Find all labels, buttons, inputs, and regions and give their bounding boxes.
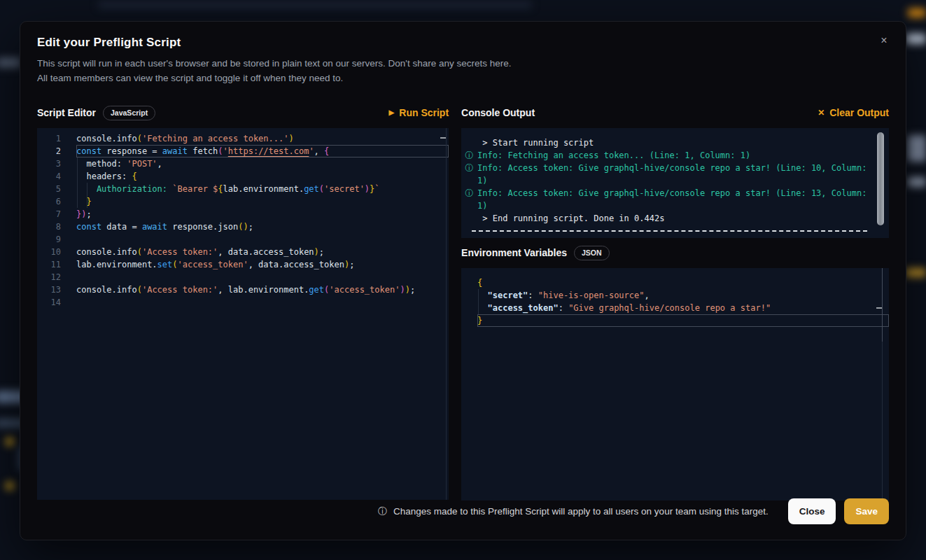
- console-line: ⓘInfo: Access token: Give graphql-hive/c…: [465, 162, 869, 174]
- footer-note: ⓘ Changes made to this Preflight Script …: [378, 505, 769, 518]
- json-badge: JSON: [574, 246, 610, 260]
- console-scrollbar[interactable]: [877, 132, 884, 225]
- code-line: 11lab.environment.set('access_token', da…: [37, 258, 449, 271]
- language-badge: JavaScript: [103, 106, 155, 120]
- description-line-1: This script will run in each user's brow…: [37, 56, 889, 71]
- code-line: 5 Authorization: `Bearer ${lab.environme…: [37, 183, 449, 195]
- line-number: 6: [37, 195, 61, 208]
- save-button[interactable]: Save: [844, 498, 889, 524]
- console-text: Info: Access token: Give graphql-hive/co…: [477, 162, 867, 174]
- line-number: 13: [37, 284, 61, 296]
- console-line: ⓘInfo: Fetching an access token... (Line…: [465, 149, 869, 162]
- code-line: "secret": "hive-is-open-source",: [477, 289, 889, 302]
- line-number: 5: [37, 183, 61, 195]
- code-line: }: [477, 314, 889, 327]
- console-icon-spacer: [465, 136, 474, 149]
- code-line: 14: [37, 296, 449, 309]
- clear-icon: ✕: [818, 109, 825, 116]
- line-number: 7: [37, 208, 61, 220]
- console-text: 1): [477, 200, 487, 212]
- console-line: > Start running script: [465, 136, 869, 149]
- console-text: > Start running script: [477, 136, 594, 149]
- close-icon[interactable]: ×: [876, 33, 892, 48]
- environment-variables-editor[interactable]: { "secret": "hive-is-open-source", "acce…: [461, 268, 889, 500]
- line-number: 4: [37, 170, 61, 183]
- code-line: 8const data = await response.json();: [37, 220, 449, 233]
- clear-output-label: Clear Output: [829, 107, 889, 118]
- run-script-label: Run Script: [399, 107, 449, 118]
- console-text: 1): [477, 174, 487, 187]
- info-icon: ⓘ: [465, 187, 474, 200]
- script-editor[interactable]: 1console.info('Fetching an access token.…: [37, 128, 449, 500]
- console-output-heading: Console Output: [461, 107, 535, 118]
- console-line: 1): [465, 174, 869, 187]
- backdrop-blob: [908, 8, 926, 18]
- line-number: 14: [37, 296, 61, 309]
- code-line: 7});: [37, 208, 449, 220]
- line-number: 2: [37, 145, 61, 158]
- run-script-button[interactable]: ▶ Run Script: [389, 107, 449, 118]
- console-icon-spacer: [465, 200, 474, 212]
- close-button[interactable]: Close: [788, 498, 836, 524]
- line-number: 12: [37, 271, 61, 284]
- line-number: 10: [37, 246, 61, 258]
- script-editor-heading: Script Editor: [37, 107, 96, 118]
- code-line: 1console.info('Fetching an access token.…: [37, 132, 449, 145]
- line-number: 8: [37, 220, 61, 233]
- code-line: "access_token": "Give graphql-hive/conso…: [477, 302, 889, 314]
- code-line: 6 }: [37, 195, 449, 208]
- description-line-2: All team members can view the script and…: [37, 71, 889, 85]
- code-line: 3 method: 'POST',: [37, 158, 449, 170]
- play-icon: ▶: [389, 109, 395, 116]
- line-number: 9: [37, 233, 61, 246]
- console-line: > End running script. Done in 0.442s: [465, 212, 869, 225]
- console-output[interactable]: > Start running scriptⓘInfo: Fetching an…: [461, 128, 889, 238]
- backdrop-blob: [98, 1, 532, 8]
- backdrop-blob: [0, 57, 21, 68]
- backdrop-blob: [906, 34, 926, 44]
- console-icon-spacer: [465, 174, 474, 187]
- backdrop-blob: [6, 482, 14, 490]
- info-icon: ⓘ: [378, 505, 387, 518]
- line-number: 3: [37, 158, 61, 170]
- info-icon: ⓘ: [465, 162, 474, 174]
- environment-variables-heading: Environment Variables: [461, 247, 567, 258]
- backdrop-blob: [908, 177, 926, 187]
- code-line: 10console.info('Access token:', data.acc…: [37, 246, 449, 258]
- backdrop-blob: [906, 268, 926, 277]
- console-separator: [472, 230, 867, 232]
- console-icon-spacer: [465, 212, 474, 225]
- backdrop-blob: [908, 135, 926, 162]
- code-line: 12: [37, 271, 449, 284]
- line-number: 11: [37, 258, 61, 271]
- footer-note-text: Changes made to this Preflight Script wi…: [393, 506, 769, 517]
- code-line: {: [477, 276, 889, 289]
- info-icon: ⓘ: [465, 149, 474, 162]
- backdrop-blob: [6, 438, 14, 446]
- console-line: 1): [465, 200, 869, 212]
- console-text: > End running script. Done in 0.442s: [477, 212, 664, 225]
- preflight-script-modal: × Edit your Preflight Script This script…: [20, 21, 906, 540]
- code-line: 9: [37, 233, 449, 246]
- modal-description: This script will run in each user's brow…: [37, 56, 889, 85]
- clear-output-button[interactable]: ✕ Clear Output: [818, 107, 889, 118]
- line-number: 1: [37, 132, 61, 145]
- console-text: Info: Access token: Give graphql-hive/co…: [477, 187, 867, 200]
- code-line: 4 headers: {: [37, 170, 449, 183]
- code-line: 13console.info('Access token:', lab.envi…: [37, 284, 449, 296]
- console-text: Info: Fetching an access token... (Line:…: [477, 149, 750, 162]
- modal-title: Edit your Preflight Script: [37, 36, 889, 50]
- console-line: ⓘInfo: Access token: Give graphql-hive/c…: [465, 187, 869, 200]
- code-line: 2const response = await fetch('https://t…: [37, 145, 449, 158]
